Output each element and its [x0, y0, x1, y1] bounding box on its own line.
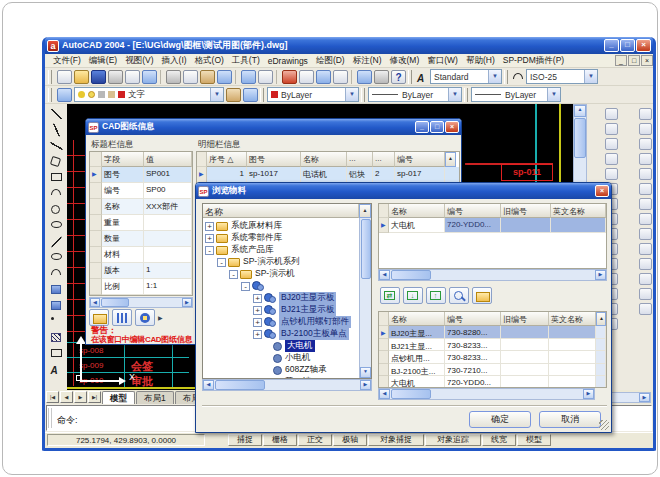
transfer-icon[interactable]: ⇄ [380, 287, 400, 304]
move-up-icon[interactable]: ↑ [426, 287, 446, 304]
snap-toggle[interactable]: 捕捉 [228, 434, 262, 446]
tab-next-icon[interactable]: ▶ [74, 391, 87, 403]
dim-update-icon[interactable] [639, 288, 652, 300]
dim-tolerance-icon[interactable] [639, 228, 652, 240]
grid-toggle[interactable]: 栅格 [263, 434, 297, 446]
ellipse-arc-icon[interactable] [49, 267, 64, 281]
scroll-right-icon[interactable] [595, 270, 606, 280]
table-hscrollbar[interactable] [378, 269, 607, 281]
column-header[interactable]: 名称 [389, 312, 445, 326]
color-combo[interactable]: ByLayer▼ [267, 87, 359, 102]
menu-draw[interactable]: 绘图(D) [312, 55, 349, 67]
scroll-thumb[interactable] [101, 298, 129, 307]
doc-restore-icon[interactable]: □ [628, 55, 640, 66]
scroll-right-icon[interactable] [182, 298, 192, 307]
tree-header[interactable]: 名称 [203, 204, 359, 218]
tab-last-icon[interactable]: ▶| [88, 391, 101, 403]
menu-insert[interactable]: 插入(I) [158, 55, 191, 67]
layer-manager-icon[interactable] [57, 88, 72, 102]
scroll-down-icon[interactable] [360, 367, 371, 378]
menu-dimension[interactable]: 标注(N) [349, 55, 386, 67]
circle-icon[interactable] [49, 203, 64, 217]
tree-item[interactable]: +系统零部件库 [205, 232, 371, 244]
minimize-icon[interactable]: _ [415, 121, 429, 133]
cut-icon[interactable] [166, 70, 181, 84]
designcenter-icon[interactable] [374, 70, 389, 84]
zoom-previous-icon[interactable] [333, 70, 348, 84]
tree-item[interactable]: -SP-演示机系列 [205, 256, 371, 268]
export-icon[interactable] [89, 309, 109, 326]
copy-icon[interactable] [183, 70, 198, 84]
menu-edit[interactable]: 编辑(E) [85, 55, 121, 67]
close-icon[interactable]: × [445, 121, 459, 133]
move-down-icon[interactable]: ↓ [403, 287, 423, 304]
scroll-thumb[interactable] [391, 389, 431, 399]
tree-item[interactable]: 大电机 [205, 340, 371, 352]
tree-item[interactable]: +点钞机用螺钉部件 [205, 316, 371, 328]
pan-icon[interactable] [282, 70, 297, 84]
tree-item[interactable]: +BJ-2100主板单点 [205, 328, 371, 340]
dim-radius-icon[interactable] [639, 153, 652, 165]
polygon-icon[interactable] [49, 155, 64, 169]
toolbar-grip[interactable] [361, 88, 365, 102]
zoom-window-icon[interactable] [316, 70, 331, 84]
scroll-left-icon[interactable] [203, 380, 214, 390]
tree-hscrollbar[interactable] [202, 379, 372, 391]
column-header[interactable]: 编号 [445, 312, 501, 326]
column-header[interactable]: 旧编号 [501, 312, 549, 326]
menu-modify[interactable]: 修改(M) [386, 55, 424, 67]
toolbar-grip[interactable] [504, 70, 508, 84]
column-header[interactable]: 序号 △ [207, 152, 247, 167]
table-row[interactable]: 重量 [90, 215, 192, 231]
scroll-left-icon[interactable] [379, 270, 390, 280]
toolbar-more-icon[interactable]: ▶ [158, 314, 163, 326]
scroll-right-icon[interactable] [639, 393, 650, 402]
command-grip[interactable] [48, 408, 52, 428]
scroll-thumb[interactable] [361, 219, 371, 279]
window-titlebar[interactable]: a AutoCAD 2004 - [E:\UG\dwg\图框\测试用图(部件).… [45, 37, 653, 54]
scroll-left-icon[interactable] [379, 389, 390, 399]
toolbar-grip[interactable] [260, 88, 264, 102]
column-header[interactable]: 编号 [445, 204, 501, 218]
dim-edit-icon[interactable] [639, 258, 652, 270]
insert-block-icon[interactable] [49, 283, 64, 297]
tab-prev-icon[interactable]: ◀ [60, 391, 73, 403]
columns-icon[interactable] [112, 309, 132, 326]
scroll-thumb[interactable] [215, 380, 265, 390]
arc-icon[interactable] [49, 187, 64, 201]
dim-baseline-icon[interactable] [639, 183, 652, 195]
restore-icon[interactable]: □ [620, 39, 635, 52]
make-layer-current-icon[interactable] [226, 88, 241, 102]
new-icon[interactable] [57, 70, 72, 84]
column-header[interactable]: 图号 [247, 152, 301, 167]
properties-icon[interactable] [357, 70, 372, 84]
menu-help[interactable]: 帮助(H) [462, 55, 499, 67]
close-icon[interactable]: × [595, 185, 609, 197]
column-header[interactable]: 英文名称 [549, 312, 596, 326]
doc-minimize-icon[interactable]: _ [615, 55, 627, 66]
table-row[interactable]: 点钞机用... 730-8233... [379, 351, 606, 364]
tree-item[interactable]: +BJ21主显示板 [205, 304, 371, 316]
otrack-toggle[interactable]: 对象追踪 [425, 434, 481, 446]
ortho-toggle[interactable]: 正交 [298, 434, 332, 446]
rectangle-icon[interactable] [49, 171, 64, 185]
mirror-icon[interactable] [605, 138, 618, 150]
dim-linear-icon[interactable] [639, 108, 652, 120]
table-row[interactable]: 编号 SP00 [90, 183, 192, 199]
table-row[interactable]: BJ21主显... 730-8233... [379, 339, 606, 352]
table-row[interactable]: 名称 XXX部件 [90, 199, 192, 215]
menu-file[interactable]: 文件(F) [49, 55, 85, 67]
tree-item[interactable]: +BJ20主显示板 [205, 292, 371, 304]
scroll-thumb[interactable] [574, 118, 586, 158]
make-block-icon[interactable] [49, 299, 64, 313]
scroll-up-icon[interactable] [445, 152, 456, 167]
table-row[interactable]: BJ-2100主... 730-7210... [379, 364, 606, 377]
column-header[interactable]: 字段 [102, 152, 144, 167]
tree-item[interactable]: -SP-演示机 [205, 268, 371, 280]
offset-icon[interactable] [605, 153, 618, 165]
region-icon[interactable] [49, 347, 64, 361]
table-hscrollbar[interactable] [378, 388, 595, 400]
scroll-up-icon[interactable] [596, 312, 606, 326]
open-folder-icon[interactable] [472, 287, 492, 304]
dialog-titlebar[interactable]: SP 浏览物料 × [196, 183, 611, 199]
